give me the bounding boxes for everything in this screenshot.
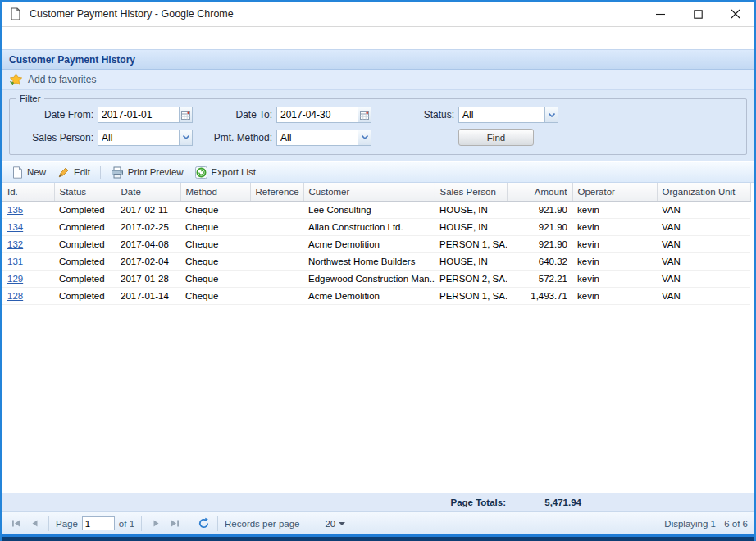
date-to-calendar-button[interactable] bbox=[358, 107, 371, 123]
sales-person-value[interactable] bbox=[98, 130, 179, 146]
sales-person-dropdown-trigger[interactable] bbox=[179, 130, 193, 146]
page-totals-value: 5,471.94 bbox=[506, 498, 585, 507]
column-header-operator[interactable]: Operator bbox=[572, 183, 657, 201]
cell-status: Completed bbox=[54, 252, 116, 270]
column-header-status[interactable]: Status bbox=[54, 183, 116, 201]
table-row[interactable]: 134Completed2017-02-25ChequeAllan Constr… bbox=[2, 218, 750, 235]
print-preview-button[interactable]: Print Preview bbox=[106, 165, 189, 180]
calendar-icon bbox=[181, 111, 190, 120]
cell-date: 2017-01-14 bbox=[116, 287, 180, 304]
maximize-button[interactable] bbox=[679, 2, 717, 27]
status-value[interactable] bbox=[458, 107, 544, 123]
previous-page-button[interactable] bbox=[27, 516, 42, 531]
record-id-link[interactable]: 131 bbox=[7, 257, 23, 266]
grid-toolbar: New Edit Print Preview bbox=[2, 161, 754, 183]
column-header-sales_person[interactable]: Sales Person bbox=[435, 183, 507, 201]
cell-id: 135 bbox=[2, 201, 54, 218]
cell-status: Completed bbox=[54, 235, 116, 252]
page-number-input[interactable] bbox=[82, 516, 115, 530]
record-id-link[interactable]: 135 bbox=[7, 205, 23, 215]
column-header-reference[interactable]: Reference bbox=[250, 183, 303, 201]
table-row[interactable]: 135Completed2017-02-11ChequeLee Consulti… bbox=[2, 201, 750, 218]
find-button[interactable]: Find bbox=[458, 129, 534, 146]
page-size-value: 20 bbox=[325, 519, 335, 529]
cell-method: Cheque bbox=[180, 235, 250, 252]
export-list-label: Export List bbox=[212, 167, 256, 177]
column-header-customer[interactable]: Customer bbox=[303, 183, 435, 201]
paging-separator bbox=[48, 516, 49, 531]
sales-person-combo[interactable] bbox=[98, 130, 193, 146]
cell-customer: Acme Demolition bbox=[303, 287, 435, 304]
column-header-method[interactable]: Method bbox=[180, 183, 250, 201]
export-list-button[interactable]: Export List bbox=[190, 165, 261, 180]
record-id-link[interactable]: 128 bbox=[7, 291, 23, 301]
cell-status: Completed bbox=[54, 201, 116, 218]
pmt-method-value[interactable] bbox=[276, 130, 358, 146]
toolbar-separator bbox=[100, 166, 101, 179]
pmt-method-combo[interactable] bbox=[276, 130, 371, 146]
date-from-calendar-button[interactable] bbox=[179, 107, 193, 123]
pmt-method-dropdown-trigger[interactable] bbox=[358, 130, 371, 146]
cell-reference bbox=[250, 252, 303, 270]
minimize-icon bbox=[656, 10, 665, 19]
cell-org_unit: VAN bbox=[657, 218, 750, 235]
edit-button[interactable]: Edit bbox=[52, 165, 95, 180]
date-from-input[interactable] bbox=[98, 107, 179, 123]
title-bar: Customer Payment History - Google Chrome bbox=[2, 2, 754, 27]
record-id-link[interactable]: 129 bbox=[7, 274, 23, 284]
cell-sales_person: HOUSE, IN bbox=[435, 252, 507, 270]
add-to-favorites-button[interactable]: Add to favorites bbox=[2, 70, 754, 90]
table-row[interactable]: 128Completed2017-01-14ChequeAcme Demolit… bbox=[2, 287, 750, 304]
previous-page-icon bbox=[30, 518, 40, 529]
table-row[interactable]: 131Completed2017-02-04ChequeNorthwest Ho… bbox=[2, 252, 750, 270]
cell-amount: 921.90 bbox=[507, 218, 572, 235]
new-button-label: New bbox=[27, 167, 46, 177]
grid-header-row: Id.StatusDateMethodReferenceCustomerSale… bbox=[2, 183, 750, 201]
cell-operator: kevin bbox=[572, 201, 657, 218]
print-preview-label: Print Preview bbox=[128, 167, 184, 177]
status-dropdown-trigger[interactable] bbox=[544, 107, 558, 123]
status-combo[interactable] bbox=[458, 107, 558, 123]
cell-id: 131 bbox=[2, 252, 54, 270]
cell-date: 2017-02-25 bbox=[116, 218, 180, 235]
records-per-page-label: Records per page bbox=[225, 519, 299, 529]
edit-pencil-icon bbox=[57, 166, 70, 179]
pmt-method-label: Pmt. Method: bbox=[197, 132, 272, 143]
last-page-button[interactable] bbox=[167, 516, 182, 531]
date-to-input[interactable] bbox=[276, 107, 358, 123]
maximize-icon bbox=[694, 10, 703, 19]
first-page-button[interactable] bbox=[8, 516, 23, 531]
table-row[interactable]: 129Completed2017-01-28ChequeEdgewood Con… bbox=[2, 270, 750, 287]
page-size-dropdown[interactable]: 20 bbox=[325, 519, 345, 529]
cell-customer: Edgewood Construction Man... bbox=[303, 270, 435, 287]
displaying-status: Displaying 1 - 6 of 6 bbox=[664, 519, 748, 529]
next-page-button[interactable] bbox=[148, 516, 163, 531]
cell-operator: kevin bbox=[572, 218, 657, 235]
cell-customer: Allan Construction Ltd. bbox=[303, 218, 435, 235]
record-id-link[interactable]: 134 bbox=[7, 222, 23, 232]
cell-org_unit: VAN bbox=[657, 235, 750, 252]
cell-customer: Northwest Home Builders bbox=[303, 252, 435, 270]
paging-separator bbox=[141, 516, 142, 531]
cell-amount: 640.32 bbox=[507, 252, 572, 270]
minimize-button[interactable] bbox=[641, 2, 679, 27]
browser-content-gap bbox=[2, 27, 754, 49]
column-header-date[interactable]: Date bbox=[116, 183, 180, 201]
column-header-id[interactable]: Id. bbox=[2, 183, 54, 201]
close-button[interactable] bbox=[717, 2, 754, 27]
cell-amount: 1,493.71 bbox=[507, 287, 572, 304]
cell-date: 2017-02-04 bbox=[116, 252, 180, 270]
column-header-org_unit[interactable]: Organization Unit bbox=[657, 183, 750, 201]
refresh-button[interactable] bbox=[196, 516, 211, 531]
page-totals-label: Page Totals: bbox=[2, 498, 506, 507]
refresh-icon bbox=[198, 517, 210, 530]
cell-amount: 572.21 bbox=[507, 270, 572, 287]
column-header-amount[interactable]: Amount bbox=[507, 183, 572, 201]
table-row[interactable]: 132Completed2017-04-08ChequeAcme Demolit… bbox=[2, 235, 750, 252]
filter-section: Filter Date From: bbox=[2, 90, 754, 161]
new-button[interactable]: New bbox=[7, 165, 51, 180]
page-label: Page bbox=[56, 519, 78, 529]
caret-down-icon bbox=[339, 522, 345, 525]
record-id-link[interactable]: 132 bbox=[7, 239, 23, 249]
cell-org_unit: VAN bbox=[657, 252, 750, 270]
